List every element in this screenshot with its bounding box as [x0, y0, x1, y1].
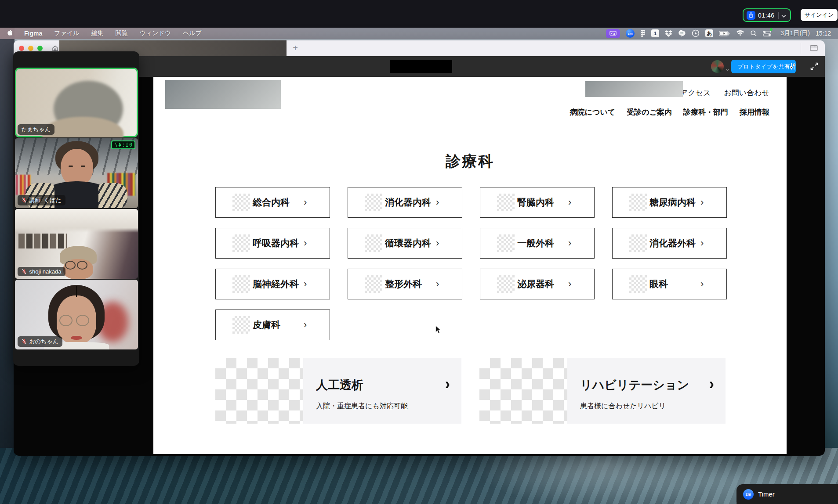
nav-link-access[interactable]: アクセス	[680, 88, 711, 98]
participant-video-tile[interactable]: おのちゃん	[15, 280, 138, 349]
department-button[interactable]: 眼科›	[612, 269, 727, 299]
avatar[interactable]	[711, 60, 724, 73]
department-button[interactable]: 皮膚科›	[215, 310, 330, 340]
chevron-right-icon: ›	[304, 197, 307, 208]
glasses	[65, 261, 91, 270]
close-window-button[interactable]	[19, 46, 24, 51]
zoom-app-icon: zm	[743, 489, 754, 500]
apple-menu-icon[interactable]	[7, 29, 14, 38]
chevron-right-icon: ›	[709, 374, 714, 393]
input-source-icon[interactable]: あ	[705, 29, 713, 37]
zoom-window-button[interactable]	[37, 46, 43, 51]
figma-app-icon[interactable]	[640, 29, 646, 38]
feature-card-body: リハビリテーション 患者様に合わせたリハビリ ›	[567, 358, 726, 424]
sign-in-button[interactable]: サインイン	[801, 9, 838, 21]
nav-link-about[interactable]: 病院について	[570, 107, 616, 117]
image-placeholder	[629, 275, 647, 293]
menu-help[interactable]: ヘルプ	[183, 29, 202, 37]
image-placeholder	[629, 234, 647, 252]
window-controls	[19, 46, 43, 51]
calendar-icon[interactable]: 1	[651, 29, 659, 37]
menubar-clock[interactable]: 15:12	[816, 30, 831, 37]
department-button[interactable]: 整形外科›	[348, 269, 462, 299]
participant-name-badge: おのちゃん	[18, 336, 63, 347]
participant-video-tile[interactable]: たまちゃん	[15, 68, 138, 137]
nav-link-recruit[interactable]: 採用情報	[740, 107, 769, 117]
tab-overview-icon[interactable]	[810, 45, 818, 53]
image-placeholder	[215, 358, 303, 424]
chevron-down-icon[interactable]	[726, 65, 729, 73]
image-placeholder	[497, 234, 515, 252]
department-button[interactable]: 腎臓内科›	[480, 187, 595, 218]
feature-card-dialysis[interactable]: 人工透析 入院・重症患者にも対応可能 ›	[215, 358, 461, 424]
image-placeholder	[232, 234, 250, 252]
department-button[interactable]: 消化器外科›	[612, 228, 727, 259]
image-placeholder	[629, 194, 647, 211]
department-grid: 総合内科› 消化器内科› 腎臓内科› 糖尿病内科› 呼吸器内科› 循環器内科› …	[215, 187, 727, 340]
image-placeholder	[232, 275, 250, 293]
participant-video-tile[interactable]: shoji nakada	[15, 209, 138, 279]
mic-muted-icon	[22, 197, 27, 203]
minimize-window-button[interactable]	[28, 46, 33, 51]
chevron-right-icon: ›	[568, 238, 571, 249]
search-icon[interactable]	[750, 29, 757, 38]
glasses	[59, 315, 93, 328]
zoom-app-icon[interactable]: zm	[626, 29, 635, 38]
participant-name-badge: shoji nakada	[18, 267, 65, 276]
meeting-timer-value: 01:46	[758, 12, 775, 19]
zoom-timer-widget[interactable]: zm Timer	[736, 484, 838, 504]
fullscreen-icon[interactable]	[810, 62, 819, 72]
screen-share-icon[interactable]	[606, 29, 620, 38]
image-placeholder	[497, 194, 515, 211]
department-button[interactable]: 一般外科›	[480, 228, 595, 259]
nav-link-contact[interactable]: お問い合わせ	[724, 88, 769, 98]
chevron-right-icon: ›	[700, 278, 704, 290]
macos-menubar: Figma ファイル 編集 閲覧 ウィンドウ ヘルプ zm 1 あ	[0, 28, 838, 39]
menu-edit[interactable]: 編集	[91, 29, 104, 37]
image-placeholder	[365, 234, 382, 252]
nav-link-visit-guide[interactable]: 受診のご案内	[627, 107, 672, 117]
menu-window[interactable]: ウィンドウ	[140, 29, 171, 37]
menu-file[interactable]: ファイル	[54, 29, 79, 37]
department-button[interactable]: 総合内科›	[215, 187, 330, 218]
menubar-date[interactable]: 3月1日(日)	[780, 29, 810, 37]
file-title-redacted	[390, 60, 452, 73]
chevron-right-icon: ›	[436, 197, 439, 208]
divider	[778, 12, 779, 19]
chevron-down-icon[interactable]	[781, 11, 786, 19]
chevron-right-icon: ›	[445, 374, 450, 393]
mic-muted-icon	[22, 269, 27, 275]
chevron-right-icon: ›	[304, 319, 307, 331]
new-tab-button[interactable]: +	[290, 43, 301, 54]
line-app-icon[interactable]	[678, 29, 686, 38]
control-center-icon[interactable]	[763, 29, 771, 38]
status-dot	[770, 28, 773, 31]
department-button[interactable]: 呼吸器内科›	[215, 228, 330, 259]
share-prototype-button[interactable]: プロトタイプを共有	[731, 60, 796, 73]
dropbox-icon[interactable]	[665, 29, 672, 38]
department-button[interactable]: 泌尿器科›	[480, 269, 595, 299]
department-button[interactable]: 糖尿病内科›	[612, 187, 727, 218]
feature-card-rehabilitation[interactable]: リハビリテーション 患者様に合わせたリハビリ ›	[479, 358, 726, 424]
meeting-timer-pill[interactable]: 01:46	[743, 8, 791, 22]
zoom-meeting-topbar: 01:46 サインイン	[0, 0, 838, 28]
department-button[interactable]: 消化器内科›	[348, 187, 462, 218]
prototype-settings-icon[interactable]	[788, 62, 797, 72]
image-placeholder	[365, 275, 382, 293]
department-button[interactable]: 循環器内科›	[348, 228, 462, 259]
wifi-icon[interactable]	[736, 29, 744, 38]
mirrored-camera-timer: 01:47	[111, 140, 135, 149]
department-button[interactable]: 脳神経外科›	[215, 269, 330, 299]
media-player-icon[interactable]	[692, 29, 700, 38]
battery-charging-icon[interactable]	[719, 29, 730, 38]
desktop-wallpaper-mountains	[0, 448, 838, 504]
chevron-right-icon: ›	[700, 197, 704, 208]
desktop-wallpaper-left-edge	[0, 26, 15, 504]
nav-link-departments[interactable]: 診療科・部門	[683, 107, 728, 117]
menubar-app-name[interactable]: Figma	[24, 30, 42, 37]
mouse-cursor	[435, 325, 442, 336]
participant-video-tile[interactable]: 01:47 講師_くぼた	[15, 138, 138, 208]
menu-view[interactable]: 閲覧	[116, 29, 128, 37]
nav-logo-redacted	[585, 81, 683, 97]
site-navigation: アクセス お問い合わせ 病院について 受診のご案内 診療科・部門 採用情報	[570, 81, 769, 117]
